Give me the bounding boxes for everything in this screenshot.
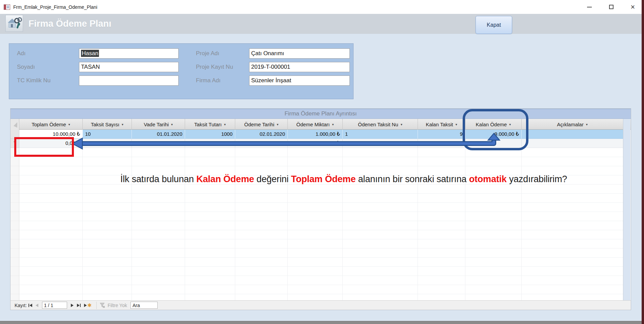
table-row	[11, 267, 631, 276]
table-cell	[343, 267, 418, 276]
table-cell	[185, 276, 235, 285]
table-cell	[185, 267, 235, 276]
row-selector	[11, 212, 19, 221]
table-cell[interactable]: 1000	[185, 130, 235, 139]
column-header-6[interactable]: Ödenen Taksit Nu▾	[343, 119, 418, 130]
column-dropdown-icon[interactable]: ▾	[224, 123, 226, 126]
table-cell[interactable]: 01.01.2020	[132, 130, 185, 139]
table-cell	[235, 212, 288, 221]
firma-adi-field[interactable]	[249, 75, 350, 86]
table-cell[interactable]	[522, 139, 623, 148]
column-header-9[interactable]: Açıklamalar▾	[522, 119, 623, 130]
column-header-1[interactable]: Taksit Sayısı▾	[83, 119, 132, 130]
table-cell	[19, 203, 83, 212]
table-cell[interactable]	[418, 139, 465, 148]
next-record-button[interactable]	[69, 302, 75, 309]
column-header-3[interactable]: Taksit Tutarı▾	[185, 119, 235, 130]
proje-kayit-field[interactable]	[249, 62, 350, 72]
table-cell	[19, 166, 83, 175]
table-cell	[235, 239, 288, 249]
column-header-4[interactable]: Ödeme Tarihi▾	[235, 119, 288, 130]
tc-kimlik-field[interactable]	[79, 75, 179, 86]
soyadi-label: Soyadı	[17, 64, 35, 70]
page-title: Firma Ödeme Planı	[28, 14, 112, 34]
table-cell	[132, 230, 185, 239]
new-record-button[interactable]: ✱	[82, 302, 94, 309]
table-cell	[185, 230, 235, 239]
table-cell[interactable]: 1.000,00 ₺	[288, 130, 343, 139]
table-cell	[343, 157, 418, 166]
kapat-button[interactable]: Kapat	[476, 16, 512, 34]
table-cell	[132, 285, 185, 294]
annotation-question-text: İlk satırda bulunan Kalan Ödeme değerini…	[120, 174, 629, 185]
adi-field[interactable]: Hasan	[79, 48, 179, 59]
column-header-0[interactable]: Toplam Ödeme▾	[19, 119, 83, 130]
blue-highlight-box	[463, 109, 528, 150]
annotation-text: değerini	[254, 174, 291, 184]
table-cell	[343, 212, 418, 221]
table-cell[interactable]	[83, 139, 132, 148]
record-position-box[interactable]	[42, 302, 67, 309]
column-dropdown-icon[interactable]: ▾	[401, 123, 402, 126]
table-cell[interactable]: 1	[343, 130, 418, 139]
new-record-star-icon: ✱	[87, 304, 92, 307]
search-input[interactable]	[130, 302, 158, 309]
column-dropdown-icon[interactable]: ▾	[68, 123, 70, 126]
table-cell	[288, 157, 343, 166]
proje-adi-field[interactable]	[249, 48, 350, 59]
row-selector	[11, 276, 19, 285]
row-selector	[11, 185, 19, 194]
table-cell	[83, 230, 132, 239]
table-cell	[343, 221, 418, 230]
table-cell	[288, 230, 343, 239]
table-cell	[465, 267, 522, 276]
soyadi-field[interactable]	[79, 62, 179, 72]
table-cell	[132, 276, 185, 285]
column-dropdown-icon[interactable]: ▾	[171, 123, 173, 126]
column-header-7[interactable]: Kalan Taksit▾	[418, 119, 465, 130]
table-cell	[343, 239, 418, 249]
firma-adi-label: Firma Adı	[196, 77, 221, 84]
column-dropdown-icon[interactable]: ▾	[456, 123, 457, 126]
column-dropdown-icon[interactable]: ▾	[122, 123, 123, 126]
table-cell[interactable]: 10	[83, 130, 132, 139]
table-cell	[83, 185, 132, 194]
maximize-icon[interactable]	[606, 2, 616, 12]
table-row	[11, 157, 631, 166]
table-cell[interactable]	[132, 139, 185, 148]
table-cell	[418, 194, 465, 203]
table-cell	[132, 239, 185, 249]
last-record-button[interactable]	[75, 302, 82, 309]
close-icon[interactable]: ×	[628, 2, 638, 12]
table-cell	[288, 267, 343, 276]
table-cell	[465, 239, 522, 249]
table-cell	[83, 157, 132, 166]
table-cell	[465, 249, 522, 258]
table-cell[interactable]	[235, 139, 288, 148]
table-cell	[522, 203, 623, 212]
table-cell[interactable]	[185, 139, 235, 148]
table-cell	[19, 239, 83, 249]
table-cell	[19, 276, 83, 285]
first-record-button[interactable]	[27, 302, 34, 309]
table-cell[interactable]: 9	[418, 130, 465, 139]
table-cell[interactable]: 02.01.2020	[235, 130, 288, 139]
row-selector	[11, 249, 19, 258]
row-selector	[11, 166, 19, 175]
minimize-icon[interactable]	[584, 2, 595, 12]
column-dropdown-icon[interactable]: ▾	[586, 123, 588, 126]
table-cell	[522, 212, 623, 221]
table-cell	[522, 230, 623, 239]
column-dropdown-icon[interactable]: ▾	[332, 123, 334, 126]
select-all-cell[interactable]	[11, 119, 19, 130]
column-header-5[interactable]: Ödeme Miktarı▾	[288, 119, 343, 130]
table-row	[11, 239, 631, 249]
annotation-text: alanının bir sonraki satırına	[356, 174, 469, 184]
table-cell[interactable]	[522, 130, 623, 139]
table-cell	[288, 239, 343, 249]
table-cell	[185, 258, 235, 267]
column-dropdown-icon[interactable]: ▾	[277, 123, 278, 126]
table-cell[interactable]: 0,00 ₺	[288, 139, 343, 148]
column-header-2[interactable]: Vade Tarihi▾	[132, 119, 185, 130]
table-cell[interactable]	[343, 139, 418, 148]
